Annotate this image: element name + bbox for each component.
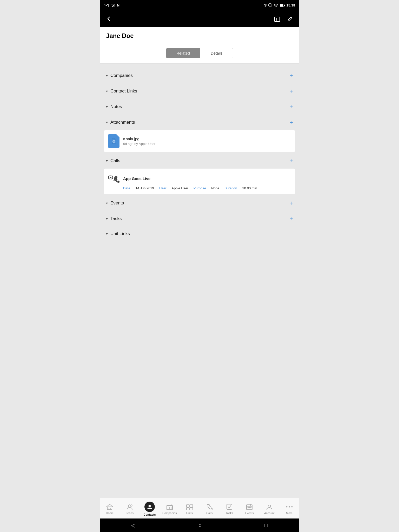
nav-contacts-label: Contacts <box>143 513 156 516</box>
tabs-wrapper: Related Details <box>166 48 233 58</box>
status-bar: N <box>100 0 299 10</box>
call-purpose-value: None <box>211 186 219 190</box>
bluetooth-icon <box>264 3 267 8</box>
events-icon <box>246 503 253 510</box>
edit-button[interactable] <box>286 15 294 23</box>
nav-more[interactable]: More <box>279 502 299 516</box>
tasks-icon <box>226 503 233 510</box>
call-user-value: Apple User <box>172 186 188 190</box>
add-contact-links-button[interactable]: + <box>289 88 293 94</box>
section-attachments[interactable]: ▾ Attachments + <box>100 115 299 130</box>
svg-rect-10 <box>275 17 280 22</box>
svg-rect-31 <box>187 508 189 510</box>
back-button[interactable] <box>105 15 113 23</box>
events-label: Events <box>110 201 124 206</box>
nav-leads-label: Leads <box>126 511 134 515</box>
attachment-name: Koala.jpg <box>123 137 155 141</box>
nav-home-label: Home <box>106 511 114 515</box>
nav-events[interactable]: Events <box>240 502 260 516</box>
svg-rect-3 <box>269 4 271 7</box>
chevron-companies-icon: ▾ <box>106 74 108 78</box>
call-purpose-label: Purpose <box>194 186 206 190</box>
nav-calls[interactable]: Calls <box>200 502 220 516</box>
attachment-meta: 6d ago by Apple User <box>123 142 155 146</box>
chevron-tasks-icon: ▾ <box>106 217 108 221</box>
svg-rect-9 <box>284 5 285 6</box>
call-meta: Date 14 Jun 2019 User Apple User Purpose… <box>123 186 291 190</box>
section-tasks[interactable]: ▾ Tasks + <box>100 211 299 227</box>
android-home-button[interactable]: ○ <box>198 522 201 528</box>
account-icon <box>266 503 273 510</box>
nav-tasks[interactable]: Tasks <box>220 502 240 516</box>
nav-events-label: Events <box>245 511 254 515</box>
n-icon: N <box>117 3 119 7</box>
android-back-button[interactable]: ◁ <box>131 522 135 528</box>
add-notes-button[interactable]: + <box>289 104 293 110</box>
section-events[interactable]: ▾ Events + <box>100 195 299 211</box>
section-contact-links[interactable]: ▾ Contact Links + <box>100 83 299 99</box>
svg-rect-38 <box>248 507 249 508</box>
call-title: App Goes Live <box>123 176 150 181</box>
nav-companies-label: Companies <box>162 511 177 515</box>
svg-rect-33 <box>227 504 232 509</box>
add-companies-button[interactable]: + <box>289 72 293 79</box>
tab-related[interactable]: Related <box>166 48 200 58</box>
call-date-label: Date <box>123 186 130 190</box>
nav-more-label: More <box>286 511 292 515</box>
attachments-label: Attachments <box>110 120 135 125</box>
units-icon <box>186 503 193 510</box>
status-bar-right: 15:38 <box>264 3 295 8</box>
nav-home[interactable]: Home <box>100 502 120 516</box>
nav-calls-label: Calls <box>206 511 212 515</box>
svg-point-42 <box>286 506 287 507</box>
unit-links-label: Unit Links <box>110 231 130 236</box>
add-calls-button[interactable]: + <box>289 158 293 164</box>
section-companies[interactable]: ▾ Companies + <box>100 68 299 83</box>
add-attachments-button[interactable]: + <box>289 119 293 125</box>
chevron-events-icon: ▾ <box>106 201 108 205</box>
nav-companies[interactable]: Companies <box>159 502 179 516</box>
nav-units[interactable]: Units <box>179 502 200 516</box>
tab-details[interactable]: Details <box>200 48 233 58</box>
svg-point-41 <box>268 505 271 508</box>
call-user-label: User <box>159 186 166 190</box>
nav-units-label: Units <box>186 511 193 515</box>
delete-button[interactable] <box>273 15 281 23</box>
svg-rect-29 <box>187 505 189 507</box>
call-duration-label: Suration <box>224 186 237 190</box>
svg-rect-39 <box>249 507 250 508</box>
companies-label: Companies <box>110 73 133 78</box>
section-calls[interactable]: ▾ Calls + <box>100 153 299 169</box>
nav-contacts[interactable]: Contacts <box>140 501 160 517</box>
vibrate-icon <box>268 3 272 8</box>
svg-rect-40 <box>250 507 251 508</box>
svg-rect-8 <box>280 4 283 6</box>
call-duration-value: 30.00 min <box>242 186 257 190</box>
companies-nav-icon <box>166 503 173 510</box>
section-unit-links[interactable]: ▾ Unit Links <box>100 227 299 241</box>
call-card[interactable]: 📞 App Goes Live Date 14 Jun 2019 User Ap… <box>104 169 295 194</box>
svg-point-23 <box>148 505 151 507</box>
section-notes[interactable]: ▾ Notes + <box>100 99 299 115</box>
wifi-icon <box>274 3 278 7</box>
attachment-card[interactable]: Koala.jpg 6d ago by Apple User <box>104 130 295 152</box>
contacts-icon <box>144 502 155 512</box>
tabs-container: Related Details <box>100 44 299 64</box>
nav-tasks-label: Tasks <box>226 511 233 515</box>
add-tasks-button[interactable]: + <box>289 216 293 222</box>
nav-leads[interactable]: Leads <box>120 502 140 516</box>
add-events-button[interactable]: + <box>289 200 293 206</box>
call-icon: 📞 <box>108 173 119 184</box>
mail-icon <box>104 3 109 7</box>
android-recent-button[interactable]: □ <box>264 522 268 528</box>
svg-point-44 <box>291 506 292 507</box>
svg-point-2 <box>112 5 114 6</box>
tasks-label: Tasks <box>110 216 122 221</box>
svg-text:📞: 📞 <box>114 177 119 183</box>
page-header: Jane Doe <box>100 27 299 44</box>
android-bar: ◁ ○ □ <box>100 518 299 532</box>
svg-point-16 <box>113 141 114 141</box>
call-date-value: 14 Jun 2019 <box>135 186 154 190</box>
nav-account-label: Account <box>264 511 275 515</box>
nav-account[interactable]: Account <box>259 502 279 516</box>
